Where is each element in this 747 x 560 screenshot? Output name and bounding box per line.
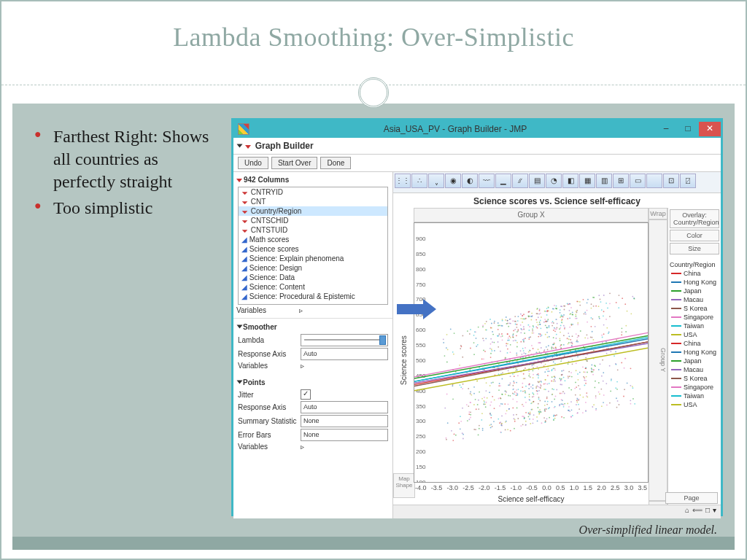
red-triangle-icon[interactable] [236,179,242,182]
legend-item[interactable]: S Korea [670,304,719,313]
summary-statistic-select[interactable]: None [301,415,388,427]
legend-item[interactable]: Hong Kong [670,278,719,287]
legend-item[interactable]: Singapore [670,383,719,392]
box-icon[interactable]: □ [705,506,710,518]
minimize-button[interactable]: – [655,122,677,136]
svg-point-141 [484,402,485,403]
red-triangle-icon[interactable] [245,145,251,149]
legend-item[interactable]: USA [670,400,719,409]
svg-point-209 [498,322,499,324]
expand-icon[interactable]: ▹ [301,362,304,370]
column-item[interactable]: 🞃 CNT [239,197,387,206]
element-button[interactable]: ▁ [495,174,511,188]
overlay-dropzone[interactable]: Overlay: Country/Region [670,209,719,228]
element-button[interactable]: ⍁ [680,174,696,188]
column-item[interactable]: ◢ Science: Design [239,263,387,273]
group-x-dropzone[interactable]: Group X [414,208,649,222]
element-button[interactable]: ▤ [529,174,545,188]
element-button[interactable]: 〰 [479,174,495,188]
element-button[interactable]: ▦ [579,174,595,188]
column-item[interactable]: ◢ Science scores [239,244,387,254]
element-button[interactable]: ◐ [462,174,478,188]
window-titlebar[interactable]: Asia_USA_PV - Graph Builder - JMP – □ ✕ [233,120,721,138]
element-button[interactable]: ∴ [411,174,427,188]
svg-point-366 [518,389,519,390]
wrap-dropzone[interactable]: Wrap [649,208,667,219]
element-button[interactable]: ˬ [428,174,444,188]
column-item[interactable]: ◢ Science: Explain phenomena [239,254,387,263]
svg-point-406 [520,350,522,351]
expand-icon[interactable]: ▹ [301,443,304,451]
legend-item[interactable]: Japan [670,287,719,295]
error-bars-select[interactable]: None [301,429,388,441]
legend-item[interactable]: Hong Kong [670,348,719,357]
legend-item[interactable]: Japan [670,357,719,365]
svg-point-835 [570,389,572,391]
element-button[interactable]: ▭ [630,174,646,188]
legend-item[interactable]: Taiwan [670,322,719,330]
element-button[interactable]: ▥ [596,174,612,188]
column-item[interactable]: 🞃 Country/Region [239,206,387,216]
expand-icon[interactable]: ▹ [299,306,303,314]
legend-item[interactable]: USA [670,330,719,339]
disclosure-icon[interactable] [237,144,243,148]
column-item[interactable]: ◢ Science: Procedural & Epistemic [239,292,387,301]
lambda-slider[interactable] [301,334,388,346]
svg-point-97 [473,393,475,394]
back-icon[interactable]: ⟸ [692,506,703,518]
legend-item[interactable]: Macau [670,295,719,304]
column-item[interactable]: ◢ Math scores [239,235,387,244]
column-item[interactable]: ◢ Science: Data [239,273,387,282]
element-button[interactable]: ⫽ [512,174,528,188]
graph-builder-header[interactable]: Graph Builder [233,138,721,155]
scatter-plot[interactable]: 9008508007507006506005505004504003503002… [414,222,649,483]
element-button[interactable]: ◧ [562,174,578,188]
done-button[interactable]: Done [320,157,351,169]
columns-list[interactable]: 🞃 CNTRYID🞃 CNT🞃 Country/Region🞃 CNTSCHID… [238,187,388,305]
undo-button[interactable]: Undo [238,157,268,169]
legend-item[interactable]: China [670,339,719,348]
svg-point-787 [563,417,565,419]
svg-point-128 [484,323,486,324]
element-button[interactable]: ◔ [546,174,562,188]
disclosure-icon[interactable] [237,381,243,384]
element-button[interactable]: ⋮⋮ [395,174,411,188]
close-button[interactable]: ✕ [699,122,721,136]
svg-point-369 [512,335,514,336]
element-button[interactable]: ⊡ [663,174,679,188]
group-y-dropzone[interactable]: Group Y [649,219,667,501]
column-item[interactable]: 🞃 CNTSTUID [239,225,387,235]
svg-point-166 [492,334,494,335]
element-button[interactable]: ⊞ [613,174,629,188]
home-icon[interactable]: ⌂ [685,506,689,518]
svg-point-357 [516,392,517,394]
page-dropzone[interactable]: Page [665,492,718,504]
legend-item[interactable]: Macau [670,365,719,374]
svg-point-470 [533,348,534,349]
response-axis-select[interactable]: Auto [301,348,388,360]
size-dropzone[interactable]: Size [670,243,719,254]
svg-point-485 [531,345,533,346]
legend-item[interactable]: S Korea [670,374,719,383]
legend-item[interactable]: Taiwan [670,392,719,400]
svg-point-578 [536,374,538,376]
svg-point-79 [468,419,470,420]
svg-point-984 [593,404,595,405]
element-button[interactable] [646,174,662,188]
legend-item[interactable]: China [670,269,719,278]
element-button[interactable]: ◉ [445,174,461,188]
disclosure-icon[interactable] [237,325,243,329]
column-item[interactable]: 🞃 CNTSCHID [239,216,387,225]
color-dropzone[interactable]: Color [670,230,719,241]
response-axis-select[interactable]: Auto [301,401,388,413]
column-item[interactable]: 🞃 CNTRYID [239,187,387,197]
svg-point-356 [513,330,514,331]
jitter-checkbox[interactable]: ✓ [301,389,311,400]
maximize-button[interactable]: □ [677,122,699,136]
svg-point-409 [520,328,522,330]
column-item[interactable]: ◢ Science: Content [239,282,387,292]
start-over-button[interactable]: Start Over [271,157,318,169]
legend-item[interactable]: Singapore [670,313,719,322]
svg-point-994 [595,409,597,411]
dropdown-icon[interactable]: ▾ [713,506,716,518]
